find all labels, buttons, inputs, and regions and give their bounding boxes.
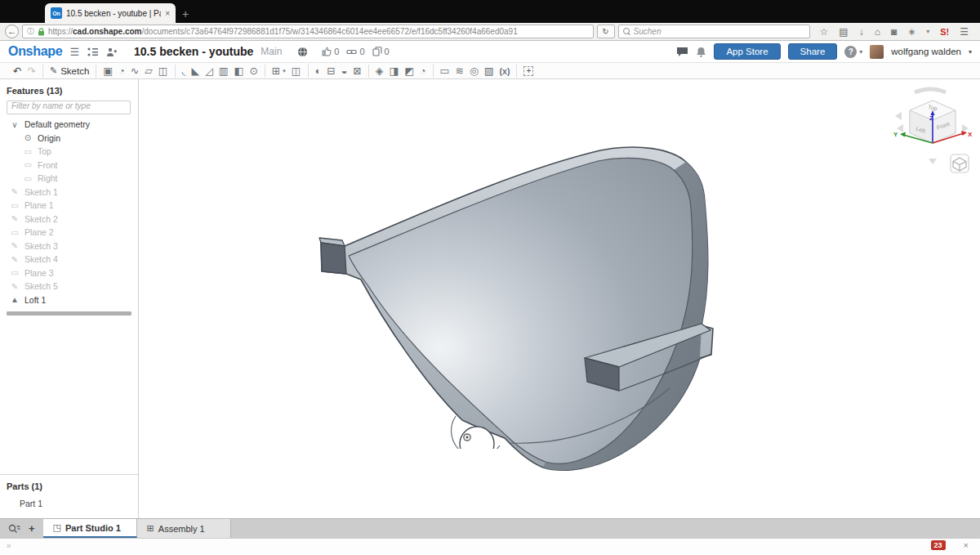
home-icon[interactable]: ⌂ [875, 25, 880, 39]
reload-button[interactable]: ↻ [597, 25, 615, 38]
sweep-icon[interactable]: ∿ [131, 65, 139, 78]
feature-tree-item[interactable]: ✎Sketch 4 [0, 253, 138, 266]
user-menu-caret-icon[interactable]: ▾ [969, 48, 972, 56]
browser-tab[interactable]: On 10.5 becken - youtube | Pa... × [45, 3, 176, 23]
onshape-logo[interactable]: Onshape [8, 44, 62, 59]
feature-tree-item[interactable]: ✎Sketch 1 [0, 186, 138, 199]
comments-icon[interactable] [676, 47, 688, 57]
transform-icon[interactable]: ◈ [376, 65, 384, 78]
intersect-icon[interactable]: ◒ [341, 65, 348, 78]
versions-history-icon[interactable] [87, 47, 99, 57]
redo-icon[interactable]: ↷ [27, 65, 35, 78]
document-title[interactable]: 10.5 becken - youtube [134, 45, 253, 58]
move-face-icon[interactable]: ◩ [404, 65, 414, 78]
isometric-view-button[interactable] [951, 154, 969, 172]
plane-icon[interactable]: ▭ [440, 65, 450, 78]
search-input[interactable]: Suchen [618, 25, 810, 38]
bookmark-star-icon[interactable]: ☆ [820, 25, 829, 39]
extrude-icon[interactable]: ▣ [103, 65, 113, 78]
insert-element-button[interactable]: + [29, 522, 35, 535]
boolean-icon[interactable]: ◐ [315, 65, 322, 78]
statusbar-close-icon[interactable]: × [964, 540, 969, 550]
feature-tree-item[interactable]: ✎Sketch 5 [0, 280, 138, 293]
delete-part-icon[interactable]: ⊠ [353, 65, 361, 78]
feature-tree-item[interactable]: ✎Sketch 3 [0, 239, 138, 253]
forks-count[interactable]: 0 [372, 47, 390, 56]
page-info-icon[interactable]: ⓘ [27, 26, 34, 37]
thicken-icon[interactable]: ◫ [158, 65, 168, 78]
addon-icon[interactable]: ∗ [907, 25, 915, 39]
offset-surface-icon[interactable]: ◔ [420, 65, 426, 78]
split-part-icon[interactable]: ◨ [389, 65, 399, 78]
feature-tree: ∨Default geometry⊙Origin▭Top▭Front▭Right… [0, 118, 138, 307]
linear-pattern-icon-caret[interactable]: ▾ [283, 68, 286, 74]
helix-icon[interactable]: ◎ [470, 65, 479, 78]
revolve-icon[interactable]: ◔ [118, 65, 125, 78]
plane-icon: ▭ [10, 268, 20, 277]
draft-icon[interactable]: ◿ [205, 65, 213, 78]
custom-feature-icon[interactable]: + [523, 66, 533, 76]
menu-hamburger-icon[interactable]: ☰ [960, 25, 969, 39]
part-list-item[interactable]: Part 1 [0, 496, 138, 510]
help-menu[interactable]: ? ▾ [844, 46, 862, 58]
feature-tree-item[interactable]: ▭Top [0, 145, 138, 159]
copy-fork-icon [372, 47, 382, 56]
public-globe-icon[interactable] [297, 47, 308, 57]
linked-docs-count[interactable]: 0 [346, 47, 364, 56]
feature-tree-item[interactable]: ▲Loft 1 [0, 293, 138, 307]
shell-icon[interactable]: ◧ [234, 65, 244, 78]
close-tab-icon[interactable]: × [165, 9, 170, 18]
scrapbook-addon-icon[interactable]: S! [940, 25, 949, 39]
shield-icon[interactable]: ◙ [891, 25, 897, 39]
view-cube[interactable]: Top Left Front Z X Y [892, 86, 973, 176]
fillet-icon[interactable]: ◟ [182, 65, 186, 78]
origin-marker[interactable] [464, 434, 470, 441]
dropdown-caret-icon[interactable]: ▾ [926, 25, 929, 39]
extract-icon[interactable]: ▨ [484, 65, 494, 78]
rotate-down-arrow[interactable] [929, 159, 937, 164]
feature-tree-item[interactable]: ∨Default geometry [0, 118, 138, 132]
user-avatar[interactable] [870, 45, 884, 59]
linear-pattern-icon[interactable]: ⊞ [272, 65, 280, 78]
plane-icon: ▭ [23, 147, 33, 156]
back-button[interactable]: ← [5, 25, 19, 38]
app-store-button[interactable]: App Store [714, 43, 780, 60]
share-button[interactable]: Share [788, 43, 838, 60]
mirror-icon[interactable]: ◫ [292, 65, 301, 78]
hole-icon[interactable]: ⊙ [249, 65, 257, 78]
feature-tree-item[interactable]: ▭Right [0, 172, 138, 186]
split-icon[interactable]: ⊟ [327, 65, 335, 78]
loft-icon[interactable]: ▱ [145, 65, 153, 78]
new-tab-button[interactable]: + [182, 7, 189, 20]
feature-tree-item[interactable]: ▭Plane 2 [0, 226, 138, 239]
chamfer-icon[interactable]: ◣ [192, 65, 200, 78]
bookmarks-menu-icon[interactable]: ▤ [839, 25, 848, 39]
element-tab-part-studio-1[interactable]: ◳Part Studio 1 [43, 519, 137, 538]
expand-chevron-icon[interactable]: » [7, 541, 11, 550]
feature-tree-item[interactable]: ▭Plane 3 [0, 266, 138, 280]
model-canvas[interactable]: Top Left Front Z X Y [139, 79, 980, 518]
follow-mode-icon[interactable] [106, 47, 117, 57]
feature-tree-item[interactable]: ✎Sketch 2 [0, 213, 138, 226]
feature-tree-item[interactable]: ▭Front [0, 159, 138, 172]
variable-icon[interactable]: (x) [500, 65, 510, 78]
workspace-name[interactable]: Main [261, 46, 282, 57]
undo-icon[interactable]: ↶ [13, 65, 21, 78]
sketch-button[interactable]: ✎Sketch [50, 65, 89, 76]
feature-filter-input[interactable]: Filter by name or type [7, 101, 131, 114]
element-tab-assembly-1[interactable]: ⊞Assembly 1 [137, 519, 231, 538]
url-text: https://cad.onshape.com/documents/c73a64… [48, 27, 518, 36]
user-name[interactable]: wolfgang walden [891, 47, 961, 56]
feature-label: Plane 3 [24, 268, 54, 278]
likes-count[interactable]: 0 [322, 47, 339, 56]
model-3d-basin[interactable] [139, 79, 980, 518]
downloads-icon[interactable]: ↓ [859, 25, 864, 39]
manage-tabs-icon[interactable] [8, 524, 20, 534]
notifications-bell-icon[interactable] [696, 47, 706, 57]
url-bar[interactable]: ⓘ https://cad.onshape.com/documents/c73a… [22, 25, 594, 38]
rib-icon[interactable]: ▥ [219, 65, 229, 78]
document-menu-icon[interactable]: ☰ [69, 46, 79, 58]
enclose-icon[interactable]: ≋ [455, 65, 463, 78]
feature-tree-item[interactable]: ⊙Origin [0, 132, 138, 145]
feature-tree-item[interactable]: ▭Plane 1 [0, 199, 138, 213]
